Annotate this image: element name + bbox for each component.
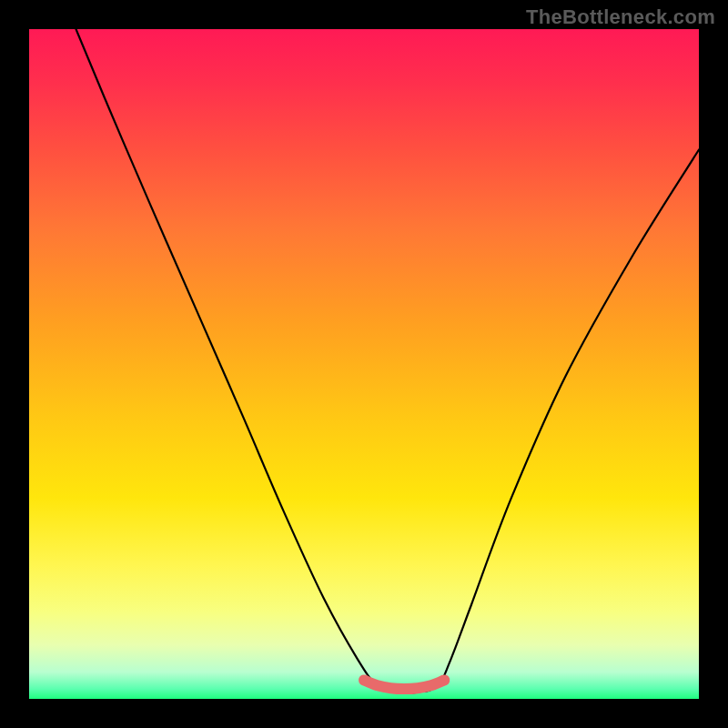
watermark-text: TheBottleneck.com bbox=[526, 5, 715, 29]
chart-frame: TheBottleneck.com bbox=[0, 0, 728, 728]
plot-area bbox=[29, 29, 699, 699]
bottleneck-curve-path bbox=[76, 29, 700, 693]
valley-marker-path bbox=[364, 680, 444, 689]
curve-svg bbox=[29, 29, 699, 699]
